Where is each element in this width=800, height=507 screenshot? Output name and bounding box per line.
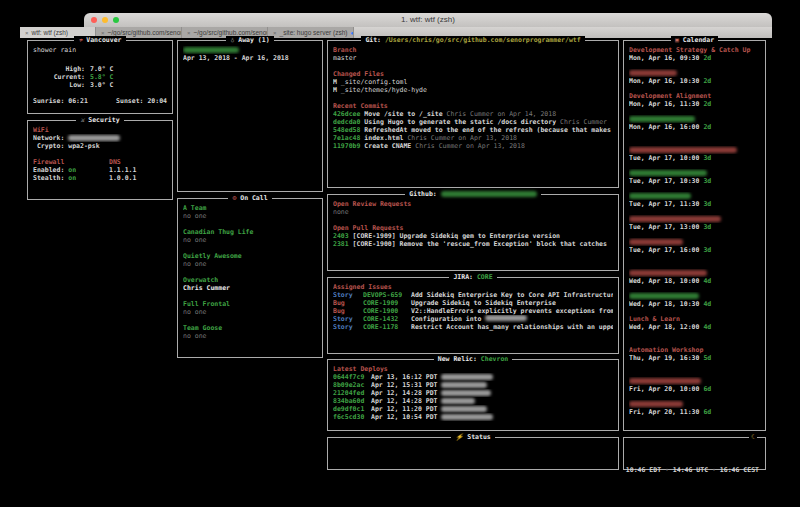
redacted-deploy-author [441,406,487,412]
github-panel: Github: Open Review Requests none Open P… [327,194,619,271]
weather-condition: shower rain [33,46,167,54]
newrelic-panel: New Relic: Chevron Latest Deploys 0644f7… [327,359,619,431]
commit-meta: Chris Cummer on Apr 13, 2018 [415,142,525,150]
issue-row: Story CORE-1432 Configuration into [333,315,613,323]
low-value: 3.0° C [90,81,167,89]
redacted-event-title [629,401,683,407]
away-panel: ♁ Away (1) Apr 13, 2018 - Apr 16, 2018 [177,40,323,192]
deploy-time: Apr 12, 15:31 PDT [371,381,441,389]
oncall-team: A Team no one [183,204,317,220]
redacted-event-title [629,70,677,76]
high-label: High: [33,65,85,73]
current-label: Current: [33,73,85,81]
moon-icon: ☾ [749,433,757,441]
event-countdown: 6d [703,408,711,416]
team-name: Full Frontal [183,300,317,308]
oncall-team: Team Goose no one [183,324,317,340]
issue-summary: Restrict Account has_many relationships … [411,323,613,331]
event-datetime: Tue, Apr 17, 13:00 [629,223,699,231]
issue-row: Story DEVOPS-659 Add Sidekiq Enterprise … [333,291,613,299]
recent-commits-header: Recent Commits [333,102,613,110]
pr-number: 2403 [333,232,349,240]
commit-row: 7e1ac48 index.html Chris Cummer on Apr 1… [333,134,613,142]
redacted-network-name [68,135,120,141]
issue-key: CORE-1432 [363,315,411,323]
wifi-crypto-row: Crypto: wpa2-psk [33,142,167,150]
branch-name: master [333,54,613,62]
review-requests-none: none [333,208,613,216]
pr-number: 2381 [333,240,349,248]
deploy-row: f6c5cd30 Apr 12, 10:54 PDT [333,413,613,421]
clock-entry: 10:46 EDT • [626,466,673,474]
pull-request-row: 2403 [CORE-1909] Upgrade Sidekiq gem to … [333,232,613,240]
redacted-event-title [629,116,695,122]
clock-entry: 14:46 UTC • [673,466,720,474]
deploy-row: de9df0c1 Apr 12, 11:20 PDT [333,405,613,413]
oncall-team: Canadian Thug Life no one [183,228,317,244]
redacted-deploy-author [441,398,475,404]
changed-files-header: Changed Files [333,70,613,78]
event-datetime: Mon, Apr 16, 09:30 [629,54,699,62]
issue-type: Bug [333,307,363,315]
clock-zone: UTC [696,466,708,474]
pr-title: [CORE-1900] Remove the 'rescue_from Exce… [353,240,607,248]
dns-primary: 1.1.1.1 [109,166,167,174]
redacted-event-title [629,270,707,276]
calendar-event: Tue, Apr 17, 10:00 3d [629,146,760,162]
redacted-event-title [629,170,707,176]
redacted-event-title [629,216,721,222]
git-panel: Git: /Users/chris/go/src/github.com/seno… [327,40,619,188]
calendar-event: Fri, Apr 20, 11:30 6d [629,400,760,416]
jira-panel: JIRA: CORE Assigned Issues Story DEVOPS-… [327,277,619,354]
redacted-issue-text [485,315,527,321]
calendar-event: Tue, Apr 17, 10:30 3d [629,169,760,185]
event-countdown: 3d [703,223,711,231]
away-person [183,46,317,54]
commit-message: index.html [364,134,403,142]
oncall-person: no one [183,260,317,268]
commit-meta: Chris Cummer on Apr 13, 2018 [407,134,517,142]
event-datetime: Wed, Apr 18, 12:00 [629,323,699,331]
calendar-event: Tue, Apr 17, 16:00 3d [629,238,760,254]
event-countdown: 2d [703,123,711,131]
oncall-person: no one [183,236,317,244]
redacted-event-title [629,147,737,153]
commit-message: RefreshedAt moved to the end of the refr… [364,126,611,134]
issue-key: DEVOPS-659 [363,291,411,299]
calendar-event: Tue, Apr 17, 13:00 3d [629,215,760,231]
event-title: Lunch & Learn [629,315,680,323]
redacted-deploy-author [441,374,493,380]
clock-time: 16:46 [720,466,740,474]
wifi-network-row: Network: [33,134,167,142]
status-panel: ⚡ Status [327,437,619,470]
oncall-team-list: A Team no one Canadian Thug Life no one … [178,199,322,357]
event-datetime: Tue, Apr 17, 11:30 [629,200,699,208]
event-datetime: Tue, Apr 17, 16:00 [629,246,699,254]
deploy-hash: 21204fed [333,389,371,397]
issue-key: CORE-1178 [363,323,411,331]
deploy-time: Apr 12, 14:28 PDT [371,389,441,397]
commit-message: Create CNAME [364,142,411,150]
issue-row: Story CORE-1178 Restrict Account has_man… [333,323,613,331]
deploy-list: 0644f7c9 Apr 13, 16:12 PDT 8b09e2ac Apr … [333,373,613,421]
commit-hash: 7e1ac48 [333,134,360,142]
weather-panel: ☂ Vancouver shower rain High: 7.0° C Cur… [27,40,173,114]
deploy-time: Apr 12, 10:54 PDT [371,413,441,421]
redacted-event-title [629,378,701,384]
window-titlebar[interactable]: 1. wtf: wtf (zsh) [84,13,772,27]
deploy-time: Apr 12, 14:28 PDT [371,397,441,405]
deploy-hash: 0644f7c9 [333,373,371,381]
dns-secondary: 1.0.0.1 [109,174,167,182]
calendar-event: Mon, Apr 16, 16:00 2d [629,115,760,131]
commit-hash: dedcda0 [333,118,360,126]
current-value: 5.8° C [90,73,167,81]
sunrise: Sunrise: 06:21 [33,97,88,105]
pull-requests-header: Open Pull Requests [333,224,613,232]
commit-meta: Chris Cummer on Apr 14, 2018 [447,110,557,118]
clocks-panel: ☾ 10:46 EDT • 14:46 UTC • 16:46 CEST [623,437,766,470]
clock-zone: EDT [649,466,661,474]
issue-row: Bug CORE-1900 V2::HandleErrors explicitl… [333,307,613,315]
desktop: 1. wtf: wtf (zsh) × wtf: wtf (zsh) × ~/g… [0,0,800,507]
event-countdown: 3d [703,177,711,185]
clock-separator: • [661,466,673,474]
